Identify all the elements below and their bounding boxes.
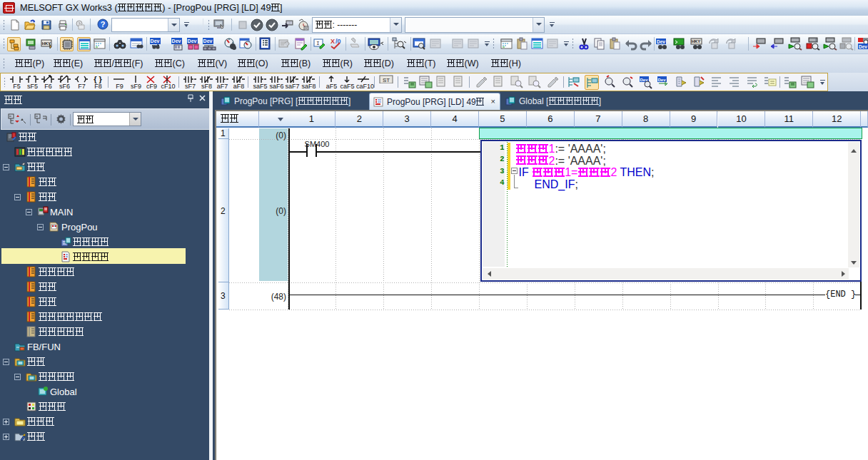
svg-text:Dev: Dev	[188, 39, 197, 44]
svg-text:?: ?	[101, 20, 106, 29]
svg-text:Dev: Dev	[859, 44, 867, 49]
svg-text:I: I	[316, 40, 320, 46]
svg-text:Dev: Dev	[172, 39, 181, 44]
svg-text:ST: ST	[383, 77, 390, 83]
svg-text:Dev: Dev	[203, 39, 213, 44]
svg-text:HKY: HKY	[692, 39, 701, 44]
svg-text:X: X	[330, 38, 335, 45]
svg-text:Dev: Dev	[151, 39, 160, 44]
svg-text:Dev: Dev	[657, 39, 665, 44]
svg-text:Dev: Dev	[657, 78, 666, 82]
